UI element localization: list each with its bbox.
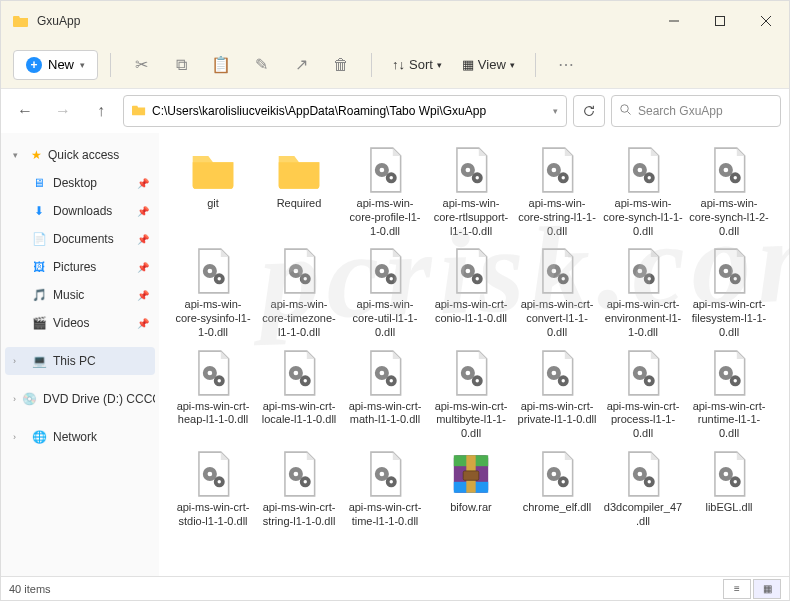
delete-button[interactable]: 🗑: [323, 47, 359, 83]
cut-button[interactable]: ✂: [123, 47, 159, 83]
pin-icon: 📌: [137, 290, 149, 301]
sidebar-item-music[interactable]: 🎵 Music 📌: [5, 281, 155, 309]
file-item[interactable]: api-ms-win-crt-conio-l1-1-0.dll: [429, 242, 513, 341]
pc-icon: 💻: [31, 353, 47, 369]
view-label: View: [478, 57, 506, 72]
dll-icon: [274, 449, 324, 499]
folder-icon: [188, 145, 238, 195]
file-item[interactable]: api-ms-win-core-synch-l1-1-0.dll: [601, 141, 685, 240]
file-pane[interactable]: gitRequiredapi-ms-win-core-profile-l1-1-…: [159, 133, 789, 576]
forward-button[interactable]: →: [47, 95, 79, 127]
file-item[interactable]: api-ms-win-crt-locale-l1-1-0.dll: [257, 344, 341, 443]
file-item[interactable]: d3dcompiler_47.dll: [601, 445, 685, 531]
file-label: api-ms-win-core-rtlsupport-l1-1-0.dll: [431, 197, 511, 238]
svg-rect-98: [463, 471, 479, 480]
file-item[interactable]: git: [171, 141, 255, 240]
minimize-button[interactable]: [651, 1, 697, 41]
back-button[interactable]: ←: [9, 95, 41, 127]
disc-icon: 💿: [22, 391, 37, 407]
file-item[interactable]: api-ms-win-crt-multibyte-l1-1-0.dll: [429, 344, 513, 443]
dll-icon: [446, 145, 496, 195]
chevron-down-icon: ▾: [80, 60, 85, 70]
svg-point-53: [734, 277, 737, 280]
videos-icon: 🎬: [31, 315, 47, 331]
file-item[interactable]: api-ms-win-core-rtlsupport-l1-1-0.dll: [429, 141, 513, 240]
rename-button[interactable]: ✎: [243, 47, 279, 83]
file-label: api-ms-win-core-string-l1-1-0.dll: [517, 197, 597, 238]
search-input[interactable]: Search GxuApp: [611, 95, 781, 127]
item-count: 40 items: [9, 583, 51, 595]
share-button[interactable]: ↗: [283, 47, 319, 83]
file-label: chrome_elf.dll: [523, 501, 591, 515]
sidebar-dvd-drive[interactable]: › 💿 DVD Drive (D:) CCCC: [5, 385, 155, 413]
sidebar-item-videos[interactable]: 🎬 Videos 📌: [5, 309, 155, 337]
file-item[interactable]: api-ms-win-crt-stdio-l1-1-0.dll: [171, 445, 255, 531]
sidebar-item-documents[interactable]: 📄 Documents 📌: [5, 225, 155, 253]
file-item[interactable]: api-ms-win-core-timezone-l1-1-0.dll: [257, 242, 341, 341]
paste-button[interactable]: 📋: [203, 47, 239, 83]
file-item[interactable]: api-ms-win-crt-runtime-l1-1-0.dll: [687, 344, 771, 443]
refresh-button[interactable]: [573, 95, 605, 127]
address-input[interactable]: C:\Users\karolisliucveikis\AppData\Roami…: [123, 95, 567, 127]
svg-point-67: [466, 370, 471, 375]
chevron-down-icon[interactable]: ▾: [553, 106, 558, 116]
up-button[interactable]: ↑: [85, 95, 117, 127]
file-item[interactable]: api-ms-win-crt-math-l1-1-0.dll: [343, 344, 427, 443]
copy-button[interactable]: ⧉: [163, 47, 199, 83]
file-label: api-ms-win-core-sysinfo-l1-1-0.dll: [173, 298, 253, 339]
dll-icon: [532, 348, 582, 398]
file-item[interactable]: chrome_elf.dll: [515, 445, 599, 531]
sidebar-quick-access[interactable]: ▾ ★ Quick access: [5, 141, 155, 169]
file-item[interactable]: api-ms-win-core-synch-l1-2-0.dll: [687, 141, 771, 240]
details-view-button[interactable]: ≡: [723, 579, 751, 599]
file-item[interactable]: api-ms-win-crt-process-l1-1-0.dll: [601, 344, 685, 443]
file-item[interactable]: api-ms-win-crt-filesystem-l1-1-0.dll: [687, 242, 771, 341]
dll-icon: [532, 246, 582, 296]
addressbar: ← → ↑ C:\Users\karolisliucveikis\AppData…: [1, 89, 789, 133]
file-item[interactable]: api-ms-win-crt-private-l1-1-0.dll: [515, 344, 599, 443]
file-label: api-ms-win-crt-filesystem-l1-1-0.dll: [689, 298, 769, 339]
file-item[interactable]: api-ms-win-crt-environment-l1-1-0.dll: [601, 242, 685, 341]
sidebar-network[interactable]: › 🌐 Network: [5, 423, 155, 451]
this-pc-label: This PC: [53, 354, 96, 368]
sidebar-item-label: Desktop: [53, 176, 97, 190]
sidebar-item-desktop[interactable]: 🖥 Desktop 📌: [5, 169, 155, 197]
file-item[interactable]: api-ms-win-crt-heap-l1-1-0.dll: [171, 344, 255, 443]
search-placeholder: Search GxuApp: [638, 104, 723, 118]
separator: [110, 53, 111, 77]
svg-point-31: [294, 269, 299, 274]
file-item[interactable]: api-ms-win-core-string-l1-1-0.dll: [515, 141, 599, 240]
close-button[interactable]: [743, 1, 789, 41]
sidebar-item-downloads[interactable]: ⬇ Downloads 📌: [5, 197, 155, 225]
sidebar-item-pictures[interactable]: 🖼 Pictures 📌: [5, 253, 155, 281]
window-title: GxuApp: [37, 14, 80, 28]
file-item[interactable]: libEGL.dll: [687, 445, 771, 531]
file-item[interactable]: bifow.rar: [429, 445, 513, 531]
titlebar: GxuApp: [1, 1, 789, 41]
sort-button[interactable]: ↑↓ Sort ▾: [384, 51, 450, 78]
svg-point-47: [638, 269, 643, 274]
view-button[interactable]: ▦ View ▾: [454, 51, 523, 78]
chevron-down-icon: ▾: [510, 60, 515, 70]
file-item[interactable]: api-ms-win-core-sysinfo-l1-1-0.dll: [171, 242, 255, 341]
more-button[interactable]: ⋯: [548, 47, 584, 83]
dll-icon: [446, 348, 496, 398]
new-button[interactable]: + New ▾: [13, 50, 98, 80]
file-item[interactable]: api-ms-win-crt-convert-l1-1-0.dll: [515, 242, 599, 341]
pin-icon: 📌: [137, 318, 149, 329]
file-item[interactable]: api-ms-win-core-util-l1-1-0.dll: [343, 242, 427, 341]
file-label: api-ms-win-crt-time-l1-1-0.dll: [345, 501, 425, 529]
file-item[interactable]: Required: [257, 141, 341, 240]
chevron-down-icon: ▾: [437, 60, 442, 70]
separator: [371, 53, 372, 77]
icons-view-button[interactable]: ▦: [753, 579, 781, 599]
sidebar-this-pc[interactable]: › 💻 This PC: [5, 347, 155, 375]
file-item[interactable]: api-ms-win-crt-time-l1-1-0.dll: [343, 445, 427, 531]
file-item[interactable]: api-ms-win-core-profile-l1-1-0.dll: [343, 141, 427, 240]
maximize-button[interactable]: [697, 1, 743, 41]
file-item[interactable]: api-ms-win-crt-string-l1-1-0.dll: [257, 445, 341, 531]
svg-rect-1: [716, 17, 725, 26]
dll-icon: [618, 145, 668, 195]
svg-point-61: [304, 379, 307, 382]
dll-icon: [704, 145, 754, 195]
